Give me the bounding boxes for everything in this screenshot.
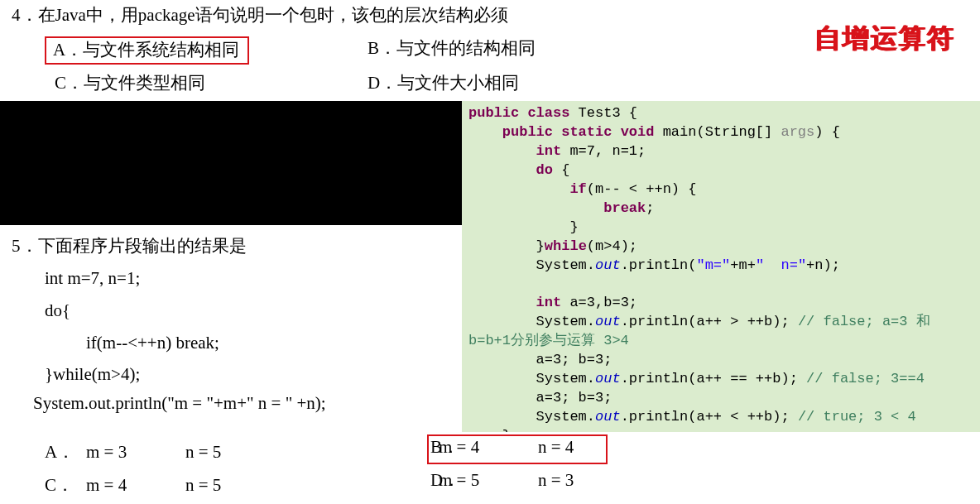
q5-stem: 5．下面程序片段输出的结果是 bbox=[12, 230, 459, 262]
question-5: 5．下面程序片段输出的结果是 int m=7, n=1; do{ if(m--<… bbox=[12, 230, 459, 391]
code-token: System. bbox=[468, 257, 595, 273]
code-token: System. bbox=[468, 314, 595, 329]
code-token: out bbox=[595, 371, 621, 386]
code-token: a=3; b=3; bbox=[468, 352, 612, 367]
code-token: .println(a++ > ++b); bbox=[621, 314, 798, 329]
code-token: } bbox=[468, 238, 545, 254]
q4-option-d[interactable]: D．与文件大小相同 bbox=[368, 71, 723, 94]
code-token: // false; 3==4 bbox=[806, 371, 925, 386]
redacted-band bbox=[0, 101, 462, 225]
option-label: A． bbox=[53, 38, 83, 61]
q5-code-line: }while(m>4); bbox=[12, 358, 459, 391]
option-label: B． bbox=[356, 431, 439, 463]
code-panel: public class Test3 { public static void … bbox=[462, 101, 980, 432]
q5-options-left: A． m = 3 n = 5 C． m = 4 n = 5 bbox=[12, 435, 343, 502]
code-token: b=b+1分别参与运算 3>4 bbox=[468, 333, 629, 348]
code-token: } bbox=[468, 219, 579, 235]
option-col1: m = 3 bbox=[86, 442, 185, 463]
code-token: int bbox=[468, 143, 561, 159]
q5-code-line: do{ bbox=[12, 295, 459, 327]
code-token: System. bbox=[468, 371, 595, 386]
code-token: ) { bbox=[814, 124, 840, 140]
code-token: System. bbox=[468, 409, 595, 425]
code-token: public class bbox=[468, 105, 569, 121]
q5-number: 5． bbox=[12, 236, 38, 256]
code-token: Test3 { bbox=[569, 105, 637, 121]
code-token: "m=" bbox=[696, 257, 730, 273]
option-label: A． bbox=[12, 440, 86, 463]
q5-options-right: B． m = 4 n = 4 D． m = 5 n = 3 bbox=[356, 430, 819, 497]
q4-stem-text: 在Java中，用package语句说明一个包时，该包的层次结构必须 bbox=[38, 5, 508, 25]
option-col1: m = 5 bbox=[439, 464, 538, 497]
option-col2: n = 5 bbox=[185, 442, 285, 463]
code-token: ; bbox=[646, 200, 654, 216]
q4-options: A．与文件系统结构相同 B．与文件的结构相同 C．与文件类型相同 D．与文件大小… bbox=[12, 36, 972, 94]
code-token: if bbox=[468, 181, 587, 197]
code-token: break bbox=[468, 200, 646, 216]
q5-option-b[interactable]: B． m = 4 n = 4 bbox=[356, 430, 819, 463]
code-token: { bbox=[553, 162, 569, 178]
code-token: +n); bbox=[806, 257, 840, 273]
option-col1: m = 4 bbox=[86, 475, 185, 496]
code-token: do bbox=[468, 162, 553, 178]
code-token: .println(a++ == ++b); bbox=[621, 371, 806, 386]
code-token: while bbox=[545, 238, 587, 254]
q4-stem: 4．在Java中，用package语句说明一个包时，该包的层次结构必须 bbox=[12, 2, 972, 30]
code-token: out bbox=[595, 257, 621, 273]
code-token: out bbox=[595, 314, 621, 329]
option-text: 与文件类型相同 bbox=[84, 73, 205, 93]
q5-option-d[interactable]: D． m = 5 n = 3 bbox=[356, 463, 819, 497]
option-label: D． bbox=[368, 71, 397, 94]
q5-code-line: int m=7, n=1; bbox=[12, 262, 459, 295]
option-text: 与文件的结构相同 bbox=[396, 38, 536, 58]
code-token: m=7, n=1; bbox=[561, 143, 646, 159]
code-token: a=3; b=3; bbox=[468, 390, 612, 406]
option-col2: n = 4 bbox=[538, 431, 637, 463]
option-text: 与文件大小相同 bbox=[397, 73, 519, 93]
code-token: // false; a=3 和 bbox=[798, 314, 930, 329]
code-token: int bbox=[468, 295, 561, 310]
code-token: " n=" bbox=[756, 257, 806, 273]
code-token: public static void bbox=[468, 124, 654, 140]
option-col1: m = 4 bbox=[439, 431, 538, 463]
q5-code-line: if(m--<++n) break; bbox=[12, 327, 459, 359]
code-token: a=3,b=3; bbox=[561, 295, 637, 310]
code-token: (m>4); bbox=[587, 238, 637, 254]
code-token: +m+ bbox=[730, 257, 756, 273]
option-label: B． bbox=[368, 36, 396, 60]
option-col2: n = 3 bbox=[538, 464, 637, 497]
code-token: .println(a++ < ++b); bbox=[621, 409, 798, 425]
option-col2: n = 5 bbox=[185, 475, 285, 496]
q4-option-a[interactable]: A．与文件系统结构相同 bbox=[45, 36, 249, 65]
question-4: 4．在Java中，用package语句说明一个包时，该包的层次结构必须 A．与文… bbox=[12, 2, 972, 101]
q4-option-c[interactable]: C．与文件类型相同 bbox=[12, 71, 368, 94]
q4-number: 4． bbox=[12, 5, 38, 25]
option-label: C． bbox=[12, 473, 86, 497]
option-label: D． bbox=[356, 464, 439, 497]
q5-option-a[interactable]: A． m = 3 n = 5 bbox=[12, 435, 343, 468]
code-token: main(String[] bbox=[654, 124, 781, 140]
q5-code-println: System.out.println("m = "+m+" n = " +n); bbox=[33, 393, 326, 414]
q4-option-b[interactable]: B．与文件的结构相同 bbox=[368, 36, 723, 65]
code-token: args bbox=[781, 124, 814, 140]
q5-option-c[interactable]: C． m = 4 n = 5 bbox=[12, 468, 343, 502]
code-token: .println( bbox=[621, 257, 697, 273]
code-token: out bbox=[595, 409, 621, 425]
code-token: (m-- < ++n) { bbox=[587, 181, 697, 197]
option-label: C． bbox=[55, 71, 84, 94]
code-token: // true; 3 < 4 bbox=[798, 409, 916, 425]
q5-stem-text: 下面程序片段输出的结果是 bbox=[38, 236, 247, 256]
option-text: 与文件系统结构相同 bbox=[83, 40, 239, 60]
